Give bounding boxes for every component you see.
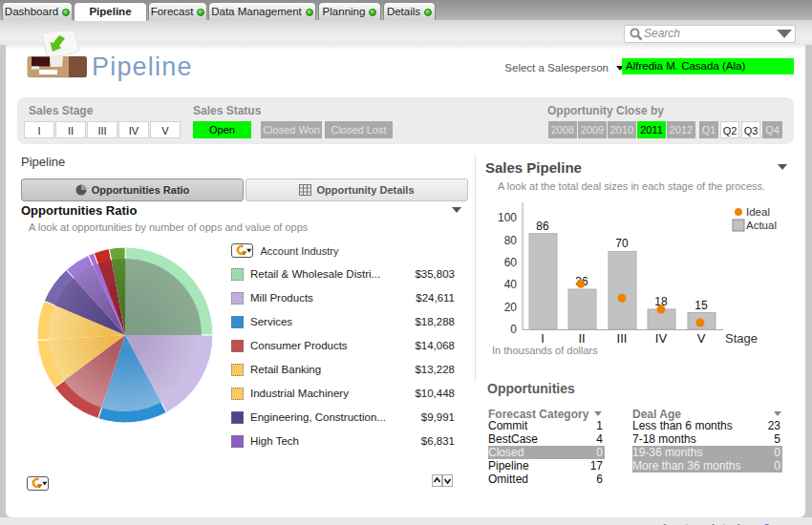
svg-text:86: 86 xyxy=(536,220,549,233)
svg-text:II: II xyxy=(578,331,585,346)
svg-text:Stage: Stage xyxy=(725,331,758,346)
svg-text:V: V xyxy=(697,331,706,346)
svg-text:100: 100 xyxy=(498,211,517,224)
svg-text:IV: IV xyxy=(655,331,668,346)
svg-text:Ideal: Ideal xyxy=(746,206,770,218)
svg-text:40: 40 xyxy=(504,278,518,291)
svg-text:III: III xyxy=(617,331,628,346)
svg-text:15: 15 xyxy=(694,299,708,312)
svg-text:80: 80 xyxy=(504,234,518,247)
svg-text:Actual: Actual xyxy=(746,220,777,231)
svg-text:60: 60 xyxy=(504,256,518,269)
svg-text:I: I xyxy=(541,331,545,346)
svg-text:20: 20 xyxy=(504,301,518,314)
svg-text:0: 0 xyxy=(510,323,517,336)
svg-text:70: 70 xyxy=(615,237,629,250)
svg-text:In thousands of dollars: In thousands of dollars xyxy=(492,345,598,356)
